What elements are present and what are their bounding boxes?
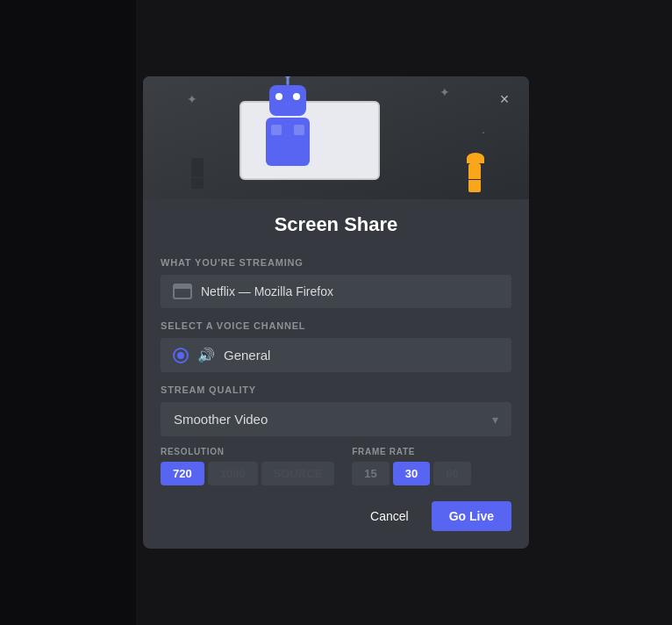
framerate-btn-group: 15 30 60 bbox=[352, 462, 511, 485]
star-4: · bbox=[482, 125, 485, 139]
star-1: ✦ bbox=[187, 92, 197, 106]
modal-body: WHAT YOU'RE STREAMING Netflix — Mozilla … bbox=[143, 257, 529, 485]
resolution-btn-group: 720 1080 SOURCE bbox=[161, 462, 334, 485]
framerate-15-btn[interactable]: 15 bbox=[352, 462, 389, 485]
resolution-source-btn[interactable]: SOURCE bbox=[261, 462, 335, 485]
cancel-button[interactable]: Cancel bbox=[356, 502, 423, 530]
window-icon bbox=[173, 284, 192, 299]
speaker-icon: 🔊 bbox=[197, 347, 215, 363]
robot-character bbox=[266, 85, 310, 166]
modal-title: Screen Share bbox=[143, 199, 529, 245]
quality-selected-text: Smoother Video bbox=[174, 412, 268, 427]
radio-button bbox=[173, 348, 189, 363]
resolution-720-btn[interactable]: 720 bbox=[161, 462, 204, 485]
figure-right bbox=[468, 163, 481, 192]
quality-label: STREAM QUALITY bbox=[161, 384, 511, 395]
framerate-60-btn[interactable]: 60 bbox=[433, 462, 470, 485]
streaming-label: WHAT YOU'RE STREAMING bbox=[161, 257, 511, 268]
resolution-label: RESOLUTION bbox=[161, 447, 334, 456]
voice-channel-name: General bbox=[224, 348, 270, 363]
illustration-bg: ✦ ✦ · · bbox=[143, 76, 529, 199]
chevron-down-icon: ▾ bbox=[492, 413, 498, 427]
framerate-column: FRAME RATE 15 30 60 bbox=[352, 447, 511, 485]
streaming-source-text: Netflix — Mozilla Firefox bbox=[201, 284, 333, 298]
screen-card-bg bbox=[239, 101, 380, 180]
resolution-column: RESOLUTION 720 1080 SOURCE bbox=[161, 447, 334, 485]
radio-selected bbox=[177, 352, 184, 359]
star-2: ✦ bbox=[440, 85, 450, 99]
figure-left bbox=[191, 158, 204, 189]
modal-footer: Cancel Go Live bbox=[143, 485, 529, 531]
voice-channel-label: SELECT A VOICE CHANNEL bbox=[161, 320, 511, 331]
go-live-button[interactable]: Go Live bbox=[432, 501, 511, 531]
screen-share-modal: ✦ ✦ · · bbox=[143, 76, 529, 549]
resolution-1080-btn[interactable]: 1080 bbox=[208, 462, 258, 485]
close-button[interactable]: × bbox=[492, 87, 517, 111]
modal-backdrop: ✦ ✦ · · bbox=[0, 0, 672, 625]
framerate-30-btn[interactable]: 30 bbox=[393, 462, 430, 485]
modal-illustration: ✦ ✦ · · bbox=[143, 76, 529, 199]
quality-options-row: RESOLUTION 720 1080 SOURCE FRAME RATE 15… bbox=[161, 447, 511, 485]
framerate-label: FRAME RATE bbox=[352, 447, 511, 456]
quality-dropdown[interactable]: Smoother Video ▾ bbox=[161, 402, 511, 436]
stream-source-box: Netflix — Mozilla Firefox bbox=[161, 275, 511, 308]
voice-channel-option[interactable]: 🔊 General bbox=[161, 338, 511, 372]
close-icon: × bbox=[500, 90, 510, 109]
